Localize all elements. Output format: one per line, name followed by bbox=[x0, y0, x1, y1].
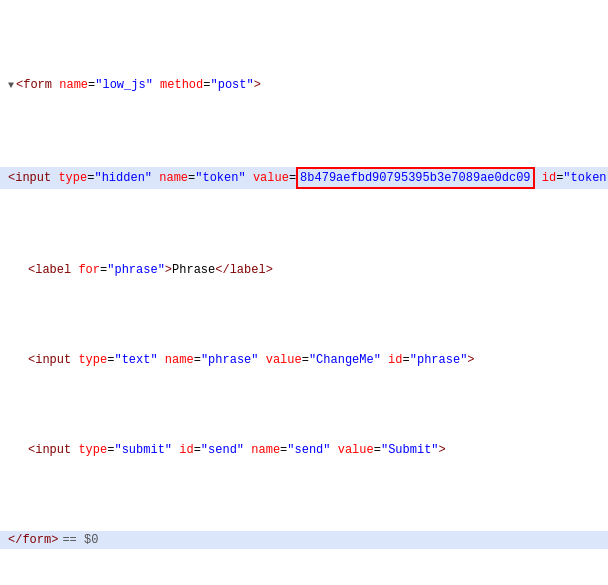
attr-name: name bbox=[52, 76, 88, 94]
code-view: ▼<form name="low_js" method="post"> <inp… bbox=[0, 0, 608, 585]
line-3: <label for="phrase">Phrase</label> bbox=[0, 261, 608, 279]
line-6: </form>== $0 bbox=[0, 531, 608, 549]
line-5: <input type="submit" id="send" name="sen… bbox=[0, 441, 608, 459]
line-2: <input type="hidden" name="token" value=… bbox=[0, 167, 608, 189]
form-tag-open: <form bbox=[16, 76, 52, 94]
line-1: ▼<form name="low_js" method="post"> bbox=[0, 76, 608, 95]
token-value: 8b479aefbd90795395b3e7089ae0dc09 bbox=[296, 167, 534, 189]
collapse-1[interactable]: ▼ bbox=[8, 77, 14, 95]
line-4: <input type="text" name="phrase" value="… bbox=[0, 351, 608, 369]
